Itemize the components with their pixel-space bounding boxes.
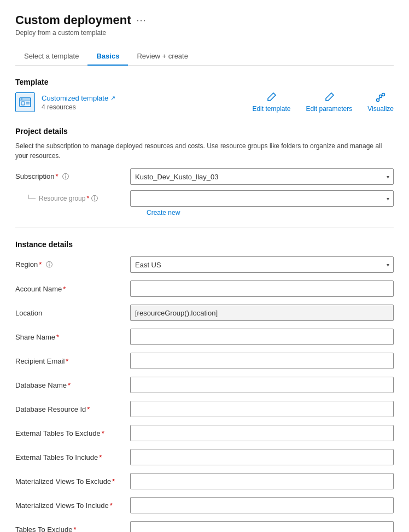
account-name-label: Account Name*	[15, 285, 125, 293]
region-select-wrapper: East US ▾	[130, 256, 394, 273]
location-label: Location	[15, 309, 125, 317]
tab-review-create[interactable]: Review + create	[128, 48, 197, 66]
template-section-title: Template	[15, 78, 394, 86]
subscription-label: Subscription* ⓘ	[15, 172, 125, 182]
external-tables-exclude-label: External Tables To Exclude*	[15, 429, 125, 437]
page-subtitle: Deploy from a custom template	[15, 29, 394, 37]
subscription-select-wrapper: Kusto_Dev_Kusto_llay_03 ▾	[130, 168, 394, 185]
subscription-info-icon[interactable]: ⓘ	[62, 173, 69, 180]
share-name-label: Share Name*	[15, 333, 125, 341]
tab-select-template[interactable]: Select a template	[15, 48, 87, 66]
materialized-views-include-input[interactable]	[130, 497, 394, 513]
tab-basics[interactable]: Basics	[87, 48, 128, 66]
external-link-icon: ↗	[110, 95, 115, 102]
visualize-button[interactable]: Visualize	[367, 92, 394, 113]
recipient-email-input[interactable]	[130, 353, 394, 369]
tables-exclude-label: Tables To Exclude*	[15, 525, 125, 533]
database-resource-id-label: Database Resource Id*	[15, 405, 125, 413]
subscription-select[interactable]: Kusto_Dev_Kusto_llay_03	[130, 168, 394, 185]
external-tables-include-input[interactable]	[130, 449, 394, 465]
svg-line-9	[379, 97, 380, 99]
resource-group-info-icon[interactable]: ⓘ	[91, 194, 98, 203]
edit-template-button[interactable]: Edit template	[252, 92, 290, 113]
instance-details-title: Instance details	[15, 240, 394, 249]
external-tables-exclude-input[interactable]	[130, 425, 394, 441]
tables-exclude-input[interactable]	[130, 521, 394, 532]
resource-group-tree-line: └─ Resource group* ⓘ	[26, 194, 125, 203]
location-input[interactable]	[130, 305, 394, 321]
region-info-icon[interactable]: ⓘ	[46, 261, 52, 268]
region-select[interactable]: East US	[130, 256, 394, 273]
resource-group-select[interactable]	[130, 190, 394, 207]
ellipsis-menu-icon[interactable]: ···	[136, 15, 146, 26]
database-name-input[interactable]	[130, 377, 394, 393]
database-name-label: Database Name*	[15, 381, 125, 389]
page-title: Custom deployment	[15, 13, 131, 27]
project-details-title: Project details	[15, 127, 394, 136]
external-tables-include-label: External Tables To Include*	[15, 453, 125, 461]
materialized-views-include-label: Materialized Views To Include*	[15, 501, 125, 510]
region-label: Region* ⓘ	[15, 260, 125, 270]
resource-group-select-wrapper: ▾	[130, 190, 394, 207]
template-resources: 4 resources	[42, 103, 115, 111]
svg-point-8	[382, 93, 385, 96]
recipient-email-label: Recipient Email*	[15, 357, 125, 365]
svg-point-6	[377, 99, 379, 102]
tab-bar: Select a template Basics Review + create	[15, 48, 394, 66]
share-name-input[interactable]	[130, 329, 394, 345]
template-link[interactable]: Customized template ↗	[42, 94, 115, 102]
materialized-views-exclude-label: Materialized Views To Exclude*	[15, 477, 125, 486]
project-details-description: Select the subscription to manage deploy…	[15, 141, 394, 161]
account-name-input[interactable]	[130, 280, 394, 297]
materialized-views-exclude-input[interactable]	[130, 473, 394, 489]
database-resource-id-input[interactable]	[130, 401, 394, 417]
edit-parameters-button[interactable]: Edit parameters	[306, 92, 352, 113]
create-new-resource-group-link[interactable]: Create new	[147, 209, 180, 217]
template-icon	[15, 92, 35, 112]
